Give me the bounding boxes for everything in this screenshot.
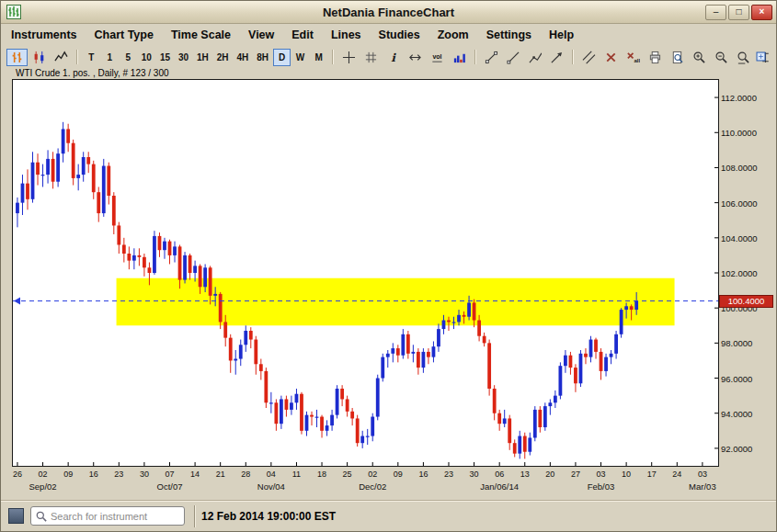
date-axis-label: 02	[33, 470, 53, 479]
month-axis-label: Oct/07	[141, 481, 200, 492]
timeframe-button-30[interactable]: 30	[175, 49, 192, 66]
timeframe-button-t[interactable]: T	[83, 49, 100, 66]
search-input[interactable]	[51, 511, 179, 522]
menu-instruments[interactable]: Instruments	[11, 28, 77, 41]
minimize-button[interactable]: –	[705, 5, 726, 20]
date-axis-label: 10	[616, 470, 636, 479]
menu-zoom[interactable]: Zoom	[438, 28, 469, 41]
month-axis-label: Nov/04	[242, 481, 301, 492]
month-axis-label: Dec/02	[343, 481, 402, 492]
info-tool-button[interactable]: i	[383, 49, 404, 66]
volume-study-button[interactable]	[449, 49, 470, 66]
month-axis-label: Feb/03	[572, 481, 631, 492]
menu-studies[interactable]: Studies	[379, 28, 420, 41]
price-axis-label: 102.0000	[721, 268, 774, 278]
chart-timestamp: 12 Feb 2014 19:00:00 EST	[201, 510, 336, 523]
date-axis-label: 16	[84, 470, 104, 479]
menu-time-scale[interactable]: Time Scale	[171, 28, 231, 41]
close-button[interactable]: ×	[751, 5, 772, 20]
toolbar-separator	[76, 50, 78, 64]
last-price-badge: 100.4000	[719, 295, 773, 308]
search-box[interactable]	[30, 506, 185, 526]
timeframe-button-4h[interactable]: 4H	[234, 49, 253, 66]
date-axis-label: 14	[185, 470, 205, 479]
toolbar-separator	[572, 50, 574, 64]
date-axis-label: 02	[362, 470, 383, 479]
price-chart[interactable]	[12, 79, 719, 467]
ohlc-bars-style-button[interactable]	[6, 49, 28, 66]
menu-settings[interactable]: Settings	[486, 28, 531, 41]
line-style-button[interactable]	[51, 49, 72, 66]
date-axis-label: 04	[261, 470, 281, 479]
candlestick-style-button[interactable]	[29, 49, 50, 66]
svg-text:i: i	[391, 51, 396, 63]
month-axis-label: Sep/02	[14, 481, 73, 492]
menu-view[interactable]: View	[248, 28, 274, 41]
date-axis-label: 11	[286, 470, 306, 479]
instrument-list-icon[interactable]	[8, 508, 24, 524]
price-axis-label: 96.0000	[721, 374, 774, 384]
svg-text:all: all	[634, 58, 641, 63]
date-axis-label: 30	[464, 470, 485, 479]
zoom-out-button[interactable]	[711, 49, 732, 66]
timeframe-button-2h[interactable]: 2H	[213, 49, 233, 66]
trend-line-tool-button[interactable]	[481, 49, 502, 66]
price-axis-label: 106.0000	[721, 198, 774, 209]
timeframe-button-m[interactable]: M	[310, 49, 327, 66]
maximize-button[interactable]: □	[728, 5, 749, 20]
statusbar-divider	[194, 505, 195, 527]
dock-window-button[interactable]	[752, 48, 770, 65]
timeframe-button-d[interactable]: D	[273, 49, 291, 66]
arrow-line-tool-button[interactable]	[546, 49, 567, 66]
menu-bar: InstrumentsChart TypeTime ScaleViewEditL…	[1, 24, 776, 46]
volume-overlay-button[interactable]: vol	[427, 49, 448, 66]
crosshair-tool-button[interactable]	[338, 49, 360, 66]
price-axis-label: 108.0000	[721, 163, 774, 173]
month-axis-label: Mar/03	[673, 481, 732, 492]
date-axis-label: 07	[160, 470, 180, 479]
app-window: NetDania FinanceChart –□× InstrumentsCha…	[0, 0, 777, 532]
date-axis-label: 23	[439, 470, 459, 479]
date-axis-label: 26	[7, 470, 28, 479]
toolbar-separator	[332, 50, 334, 64]
date-axis-label: 30	[134, 470, 154, 479]
delete-object-button[interactable]	[600, 49, 622, 66]
zoom-in-button[interactable]	[689, 49, 710, 66]
toolbar-separator	[474, 50, 476, 64]
price-axis-label: 94.0000	[721, 409, 774, 419]
grid-toggle-button[interactable]	[360, 49, 382, 66]
timeframe-button-1h[interactable]: 1H	[193, 49, 212, 66]
print-preview-button[interactable]	[667, 49, 688, 66]
timeframe-button-10[interactable]: 10	[138, 49, 155, 66]
date-axis-label: 27	[566, 470, 586, 479]
price-axis-label: 112.0000	[721, 93, 774, 103]
date-axis-label: 17	[642, 470, 662, 479]
menu-chart-type[interactable]: Chart Type	[95, 28, 154, 41]
search-icon	[36, 511, 47, 522]
scroll-horizontal-button[interactable]	[405, 49, 426, 66]
menu-lines[interactable]: Lines	[331, 28, 361, 41]
date-axis-label: 23	[109, 470, 129, 479]
date-axis-label: 06	[489, 470, 509, 479]
channel-tool-button[interactable]	[578, 49, 600, 66]
timeframe-button-8h[interactable]: 8H	[253, 49, 272, 66]
menu-help[interactable]: Help	[549, 28, 574, 41]
date-axis-label: 21	[211, 470, 231, 479]
price-axis-label: 98.0000	[721, 338, 774, 348]
title-bar[interactable]: NetDania FinanceChart –□×	[1, 1, 776, 24]
delete-all-objects-button[interactable]: all	[623, 49, 644, 66]
menu-edit[interactable]: Edit	[291, 28, 314, 41]
date-axis-label: 18	[312, 470, 332, 479]
timeframe-button-w[interactable]: W	[291, 49, 309, 66]
date-axis-label: 09	[58, 470, 78, 479]
timeframe-button-15[interactable]: 15	[156, 49, 174, 66]
candlestick-plot[interactable]	[13, 80, 718, 466]
timeframe-button-5[interactable]: 5	[120, 49, 137, 66]
polyline-tool-button[interactable]	[525, 49, 546, 66]
zoom-reset-button[interactable]	[733, 49, 754, 66]
print-button[interactable]	[645, 49, 666, 66]
ray-line-tool-button[interactable]	[503, 49, 524, 66]
month-axis-label: Jan/06/14	[470, 481, 529, 492]
date-axis-label: 20	[540, 470, 560, 479]
timeframe-button-1[interactable]: 1	[101, 49, 119, 66]
